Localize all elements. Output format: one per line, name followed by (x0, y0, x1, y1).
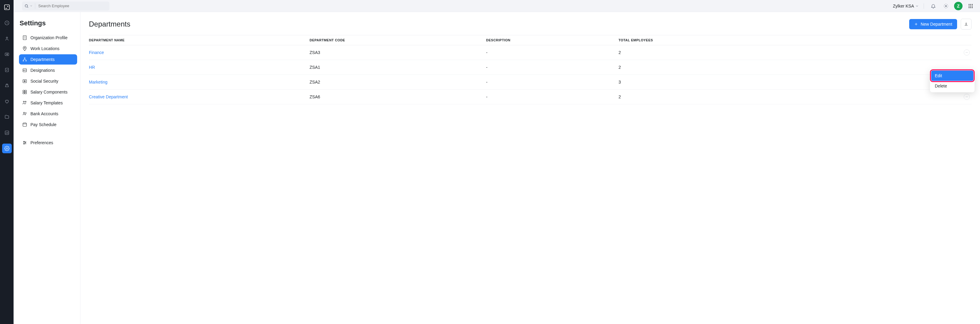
sidebar-item-bank-accounts[interactable]: Bank Accounts (19, 109, 77, 119)
sidebar-item-departments[interactable]: Departments (19, 54, 77, 65)
department-name-link[interactable]: Creative Department (89, 89, 310, 104)
svg-point-8 (6, 148, 8, 149)
divider (924, 3, 924, 9)
rail-reports-icon[interactable] (2, 128, 12, 137)
table-row[interactable]: Creative Department ZSA6 - 2 (89, 89, 972, 104)
rail-employees-icon[interactable] (2, 34, 12, 43)
sidebar-item-label: Salary Templates (30, 101, 63, 105)
sidebar-item-label: Social Security (30, 79, 59, 83)
svg-rect-32 (25, 92, 27, 94)
rail-documents-icon[interactable] (2, 112, 12, 122)
sidebar-item-salary-components[interactable]: Salary Components (19, 87, 77, 97)
export-button[interactable] (961, 19, 972, 30)
svg-point-39 (25, 142, 25, 143)
context-menu-delete[interactable]: Delete (931, 81, 974, 91)
svg-point-17 (969, 7, 969, 8)
row-actions-icon[interactable] (964, 49, 970, 56)
svg-point-52 (967, 97, 968, 97)
department-total-cell: 2 (618, 45, 839, 60)
svg-point-9 (25, 5, 27, 7)
department-desc-cell: - (486, 60, 618, 75)
new-department-label: New Department (921, 22, 952, 27)
svg-point-41 (966, 52, 966, 53)
col-total-employees: TOTAL EMPLOYEES (618, 35, 839, 45)
department-name-link[interactable]: HR (89, 60, 310, 75)
org-switcher[interactable]: Zylker KSA (893, 4, 919, 8)
department-total-cell: 2 (618, 60, 839, 75)
svg-point-13 (972, 4, 973, 5)
org-name-label: Zylker KSA (893, 4, 914, 8)
department-code-cell: ZSA2 (310, 75, 486, 89)
department-name-link[interactable]: Marketing (89, 75, 310, 89)
svg-point-34 (25, 101, 26, 102)
svg-rect-2 (5, 8, 7, 9)
svg-point-26 (24, 70, 24, 71)
search-input[interactable] (35, 4, 110, 8)
settings-gear-icon[interactable] (942, 2, 950, 11)
sidebar-item-work-locations[interactable]: Work Locations (19, 43, 77, 54)
download-icon (964, 22, 969, 27)
svg-point-23 (23, 60, 24, 61)
rail-approvals-icon[interactable] (2, 65, 12, 75)
svg-point-14 (969, 5, 969, 6)
col-department-name: DEPARTMENT NAME (89, 35, 310, 45)
svg-point-1 (7, 6, 8, 7)
svg-point-11 (969, 4, 969, 5)
context-menu-edit[interactable]: Edit (931, 70, 974, 81)
svg-point-19 (972, 7, 973, 8)
svg-point-22 (24, 57, 25, 59)
context-menu-edit-label: Edit (935, 73, 942, 78)
table-row[interactable]: HR ZSA1 - 2 (89, 60, 972, 75)
sidebar-title: Settings (19, 19, 77, 27)
sidebar-item-label: Organization Profile (30, 35, 67, 40)
plus-icon (914, 22, 918, 26)
notifications-icon[interactable] (929, 2, 938, 11)
row-actions-icon[interactable] (964, 94, 970, 100)
sidebar-item-label: Departments (30, 57, 54, 62)
department-total-cell: 2 (618, 89, 839, 104)
svg-point-43 (967, 52, 968, 53)
avatar-letter: Z (957, 4, 960, 8)
sidebar-item-social-security[interactable]: Social Security (19, 76, 77, 86)
department-name-link[interactable]: Finance (89, 45, 310, 60)
svg-point-10 (945, 5, 947, 6)
page-title: Departments (89, 20, 130, 28)
svg-point-16 (972, 5, 973, 6)
sidebar-item-org-profile[interactable]: Organization Profile (19, 33, 77, 43)
new-department-button[interactable]: New Department (909, 19, 957, 29)
sidebar-item-label: Preferences (30, 140, 53, 145)
avatar[interactable]: Z (954, 2, 963, 10)
department-code-cell: ZSA1 (310, 60, 486, 75)
sidebar-item-preferences[interactable]: Preferences (19, 137, 77, 148)
svg-point-35 (24, 112, 25, 113)
svg-point-40 (24, 144, 24, 144)
svg-point-15 (970, 5, 971, 6)
svg-rect-0 (4, 5, 10, 10)
table-row[interactable]: Finance ZSA3 - 2 (89, 45, 972, 60)
svg-rect-20 (23, 35, 27, 40)
context-menu-delete-label: Delete (935, 83, 947, 88)
svg-point-38 (24, 141, 24, 142)
svg-rect-37 (23, 123, 27, 126)
sidebar-item-label: Bank Accounts (30, 111, 59, 116)
svg-point-50 (966, 97, 966, 97)
app-logo-icon[interactable] (2, 2, 12, 12)
sidebar-item-pay-schedule[interactable]: Pay Schedule (19, 120, 77, 130)
rail-settings-icon[interactable] (2, 144, 12, 153)
table-row[interactable]: Marketing ZSA2 - 3 (89, 75, 972, 89)
sidebar-item-salary-templates[interactable]: Salary Templates (19, 98, 77, 108)
svg-point-21 (24, 47, 25, 49)
rail-payruns-icon[interactable] (2, 49, 12, 59)
svg-rect-29 (23, 90, 24, 92)
svg-point-4 (6, 37, 8, 38)
search-scope-toggle[interactable] (22, 4, 35, 8)
app-launcher-icon[interactable] (966, 2, 975, 11)
sidebar-item-designations[interactable]: Designations (19, 65, 77, 75)
sidebar-item-label: Pay Schedule (30, 122, 56, 127)
svg-point-12 (970, 4, 971, 5)
department-desc-cell: - (486, 75, 618, 89)
rail-benefits-icon[interactable] (2, 97, 12, 106)
rail-dashboard-icon[interactable] (2, 18, 12, 28)
rail-loans-icon[interactable] (2, 81, 12, 91)
sidebar-item-label: Work Locations (30, 46, 59, 51)
